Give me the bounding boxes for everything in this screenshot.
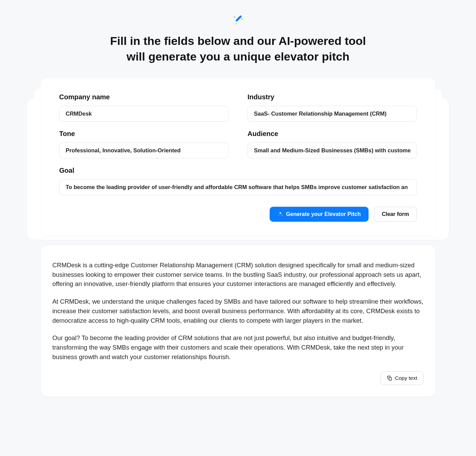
svg-rect-0 [235, 15, 242, 22]
action-row: Generate your Elevator Pitch Clear form [59, 207, 417, 222]
audience-input[interactable] [248, 142, 417, 158]
svg-rect-4 [389, 377, 391, 380]
svg-point-1 [234, 16, 235, 18]
field-tone: Tone [59, 130, 228, 158]
industry-label: Industry [248, 93, 417, 101]
page-title: Fill in the fields below and our AI-powe… [105, 33, 371, 65]
industry-input[interactable] [248, 106, 417, 122]
form-card: Company name Industry Tone Audience Goal [41, 78, 435, 235]
clear-button[interactable]: Clear form [374, 207, 417, 222]
output-paragraph: Our goal? To become the leading provider… [52, 333, 424, 361]
clear-button-label: Clear form [382, 211, 409, 217]
field-goal: Goal [59, 167, 417, 195]
copy-icon [387, 375, 392, 381]
output-text: CRMDesk is a cutting-edge Customer Relat… [52, 260, 424, 362]
goal-input[interactable] [59, 179, 417, 195]
magic-wand-icon [41, 14, 435, 27]
sparkle-icon [277, 211, 283, 217]
copy-button-label: Copy text [395, 375, 417, 381]
output-card: CRMDesk is a cutting-edge Customer Relat… [41, 246, 435, 396]
output-paragraph: CRMDesk is a cutting-edge Customer Relat… [52, 260, 424, 289]
svg-point-2 [241, 18, 243, 20]
field-company-name: Company name [59, 93, 228, 122]
field-industry: Industry [248, 93, 417, 122]
generate-button-label: Generate your Elevator Pitch [286, 211, 361, 217]
company-name-input[interactable] [59, 106, 228, 122]
goal-label: Goal [59, 167, 417, 174]
output-paragraph: At CRMDesk, we understand the unique cha… [52, 297, 424, 325]
company-name-label: Company name [59, 93, 228, 101]
svg-point-3 [235, 23, 236, 24]
tone-label: Tone [59, 130, 228, 138]
field-audience: Audience [248, 130, 417, 158]
tone-input[interactable] [59, 142, 228, 158]
generate-button[interactable]: Generate your Elevator Pitch [270, 207, 369, 222]
audience-label: Audience [248, 130, 417, 138]
form-card-stack: Company name Industry Tone Audience Goal [41, 78, 435, 235]
copy-text-button[interactable]: Copy text [380, 371, 424, 385]
